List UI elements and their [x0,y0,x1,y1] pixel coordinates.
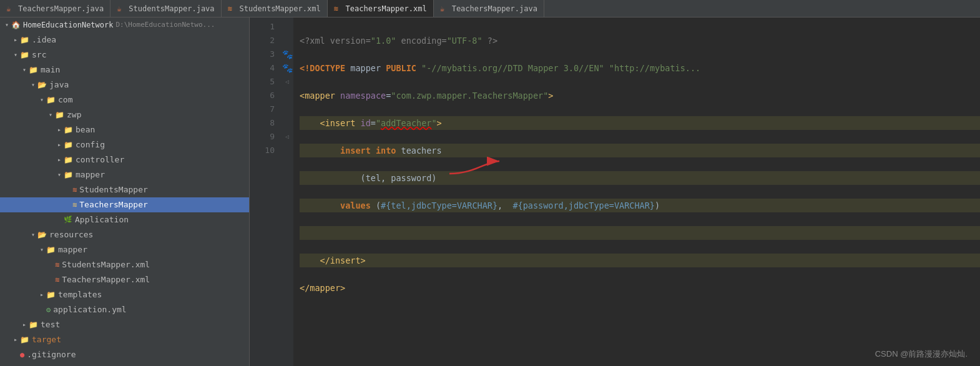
arrow-bean [55,124,64,136]
com-label: com [58,94,72,106]
sidebar-item-mapper[interactable]: 📁 mapper [0,167,249,182]
arrow-test [20,319,29,331]
yml-label: application.yml [53,304,126,316]
test-label: test [41,319,60,331]
arrow-idea [11,34,20,46]
java-icon: ☕ [6,4,15,13]
java-label: java [49,79,69,91]
arrow-src [11,49,20,61]
line-num-6: 6 [250,89,275,102]
sidebar-item-studentsmapper-xml[interactable]: ≋ StudentsMapper.xml [0,257,249,272]
bean-label: bean [76,124,95,136]
sidebar-item-application[interactable]: 🌿 Application [0,212,249,227]
mapper-label: mapper [76,169,105,181]
sidebar-item-controller[interactable]: 📁 controller [0,152,249,167]
sidebar-item-teachersmapper[interactable]: ≋ TeachersMapper [0,197,249,212]
sidebar-item-templates[interactable]: 📁 templates [0,287,249,302]
arrow-mapper-res [37,244,46,256]
xml-icon-2: ≋ [334,4,343,13]
gutter-5-fold[interactable]: ◁ [285,75,289,89]
arrow-zwp [46,109,55,121]
arrow-templates [37,289,46,301]
teachersmapper-label: TeachersMapper [79,199,148,211]
code-line-9: </insert> [300,254,980,267]
tab-studentsmapper-xml[interactable]: ≋ StudentsMapper.xml [222,0,328,17]
project-label: HomeEducationNetwork [23,19,114,31]
tab-studentsmapper-java[interactable]: ☕ StudentsMapper.java [110,0,221,17]
studentsmapper-label: StudentsMapper [79,184,148,196]
code-editor[interactable]: <?xml version="1.0" encoding="UTF-8" ?> … [293,17,980,366]
sidebar-item-bean[interactable]: 📁 bean [0,122,249,137]
sidebar-item-application-yml[interactable]: ⚙ application.yml [0,302,249,317]
line-num-1: 1 [250,20,275,34]
mapper-res-label: mapper [58,244,87,256]
editor-wrapper: 1 2 3 4 5 6 7 8 9 10 🐾 🐾 ◁ [250,17,980,366]
arrow-resources [29,229,37,241]
teachersxml-label: TeachersMapper.xml [62,274,150,286]
java-icon-2: ☕ [117,4,125,13]
line-num-5: 5 [250,75,275,89]
arrow-java [29,79,37,91]
code-line-4: <insert id="addTeacher"> [300,116,980,130]
line-num-10: 10 [250,144,275,157]
sidebar-item-zwp[interactable]: 📁 zwp [0,107,249,122]
sidebar-item-java[interactable]: 📂 java [0,77,249,92]
sidebar: 🏠 HomeEducationNetwork D:\HomeEducationN… [0,17,250,366]
watermark: CSDN @前路漫漫亦灿灿. [875,349,968,360]
gutter-4: 🐾 [282,61,293,75]
code-line-1: <?xml version="1.0" encoding="UTF-8" ?> [300,34,980,47]
application-label: Application [75,214,129,226]
sidebar-item-gitignore[interactable]: ● .gitignore [0,347,249,362]
sidebar-item-config[interactable]: 📁 config [0,137,249,152]
xml-icon-1: ≋ [228,4,237,13]
sidebar-item-main[interactable]: 📁 main [0,62,249,77]
code-line-2: <!DOCTYPE mapper PUBLIC "-//mybatis.org/… [300,61,980,75]
controller-label: controller [76,154,124,166]
target-label: target [32,334,61,346]
idea-label: .idea [32,34,56,46]
code-line-7: values (#{tel,jdbcType=VARCHAR}, #{passw… [300,199,980,212]
tab-bar: ☕ TeachersMapper.java ☕ StudentsMapper.j… [0,0,980,17]
arrow-main [20,64,29,76]
code-line-3: <mapper namespace="com.zwp.mapper.Teache… [300,89,980,102]
code-line-8 [300,226,980,240]
code-line-5: insert into teachers [300,144,980,157]
code-area: 1 2 3 4 5 6 7 8 9 10 🐾 🐾 ◁ [250,17,980,366]
arrow-com [37,94,46,106]
src-label: src [32,49,46,61]
sidebar-item-idea[interactable]: 📁 .idea [0,32,249,47]
sidebar-item-src[interactable]: 📁 src [0,47,249,62]
config-label: config [76,139,105,151]
sidebar-item-studentsmapper[interactable]: ≋ StudentsMapper [0,182,249,197]
line-num-4: 4 [250,61,275,75]
line-num-3: 3 [250,47,275,61]
arrow-controller [55,154,64,166]
line-num-2: 2 [250,34,275,47]
line-numbers: 1 2 3 4 5 6 7 8 9 10 [250,17,281,366]
tab-teachersmapper-xml[interactable]: ≋ TeachersMapper.xml [328,0,434,17]
resources-label: resources [49,229,93,241]
main-content: 🏠 HomeEducationNetwork D:\HomeEducationN… [0,17,980,366]
sidebar-item-com[interactable]: 📁 com [0,92,249,107]
sidebar-item-test[interactable]: 📁 test [0,317,249,332]
line-num-8: 8 [250,116,275,130]
gutter-3: 🐾 [282,47,293,61]
studentsxml-label: StudentsMapper.xml [62,259,150,271]
java-icon-3: ☕ [440,4,449,13]
arrow-target [11,334,20,346]
arrow-project [2,19,11,31]
tab-teachersmapper-java-1[interactable]: ☕ TeachersMapper.java [0,0,110,17]
sidebar-item-teachersmapper-xml[interactable]: ≋ TeachersMapper.xml [0,272,249,287]
main-label: main [41,64,60,76]
sidebar-item-target[interactable]: 📁 target [0,332,249,347]
sidebar-item-resources[interactable]: 📂 resources [0,227,249,242]
tab-teachersmapper-java-2[interactable]: ☕ TeachersMapper.java [434,0,544,17]
arrow-mapper [55,169,64,181]
gutter-9-fold[interactable]: ◁ [285,130,289,144]
sidebar-item-mapper-res[interactable]: 📁 mapper [0,242,249,257]
code-line-10: </mapper> [300,281,980,295]
gutter: 🐾 🐾 ◁ ◁ [281,17,293,366]
sidebar-item-project-root[interactable]: 🏠 HomeEducationNetwork D:\HomeEducationN… [0,17,249,32]
gitignore-label: .gitignore [27,349,76,361]
line-num-7: 7 [250,102,275,116]
